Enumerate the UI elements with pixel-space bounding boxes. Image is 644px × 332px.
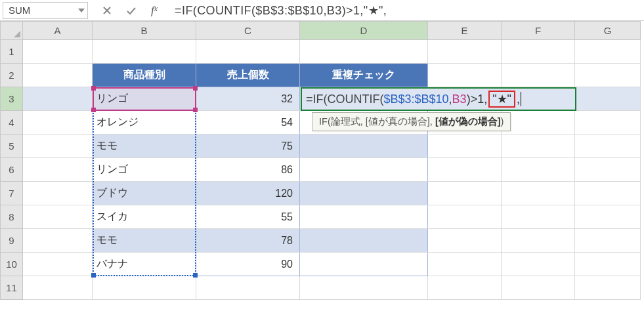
row-header-6[interactable]: 6 [1, 158, 23, 182]
formula-text: =IF(COUNTIF($B$3:$B$10,B3)>1,"★", [175, 4, 387, 17]
edit-star-highlight: "★" [488, 91, 515, 108]
tooltip-arg3[interactable]: [値が偽の場合] [435, 116, 501, 127]
name-box-value: SUM [9, 5, 30, 16]
col-header-F[interactable]: F [502, 22, 575, 40]
cell-B7[interactable]: ブドウ [93, 182, 196, 205]
cell-B9[interactable]: モモ [93, 229, 196, 253]
table-header-b[interactable]: 商品種別 [93, 64, 196, 87]
cell-D5[interactable] [300, 135, 428, 158]
cancel-icon[interactable] [102, 6, 112, 15]
row-header-10[interactable]: 10 [1, 253, 23, 276]
edit-range: $B$3:$B$10 [384, 93, 449, 106]
cell-C6[interactable]: 86 [196, 158, 300, 182]
row-6: 6 リンゴ 86 [1, 158, 641, 182]
row-header-8[interactable]: 8 [1, 205, 23, 229]
formula-bar-icons: fx [93, 4, 167, 17]
worksheet-grid[interactable]: A B C D E F G 1 2 商品種別 売上個数 重複チェック 3 リンゴ… [0, 21, 644, 300]
row-2: 2 商品種別 売上個数 重複チェック [1, 64, 641, 87]
formula-tooltip[interactable]: IF(論理式, [値が真の場合], [値が偽の場合]) [312, 112, 511, 131]
cells-table: A B C D E F G 1 2 商品種別 売上個数 重複チェック 3 リンゴ… [0, 21, 641, 300]
tooltip-fn: IF( [319, 116, 331, 127]
edit-mid: )>1, [467, 93, 488, 106]
edit-comma2: , [517, 93, 520, 106]
cell-C4[interactable]: 54 [196, 111, 300, 135]
cell-B6[interactable]: リンゴ [93, 158, 196, 182]
row-10: 10 バナナ 90 [1, 253, 641, 276]
row-header-1[interactable]: 1 [1, 40, 23, 64]
edit-front: =IF(COUNTIF( [306, 93, 384, 106]
cell-C5[interactable]: 75 [196, 135, 300, 158]
row-11: 11 [1, 276, 641, 300]
cell-D10[interactable] [300, 253, 428, 276]
row-header-11[interactable]: 11 [1, 276, 23, 300]
enter-icon[interactable] [126, 6, 137, 15]
cell-D8[interactable] [300, 205, 428, 229]
cell-B5[interactable]: モモ [93, 135, 196, 158]
tooltip-arg2[interactable]: [値が真の場合] [366, 116, 430, 127]
cell-B4[interactable]: オレンジ [93, 111, 196, 135]
cell-B10[interactable]: バナナ [93, 253, 196, 276]
edit-cell-D3[interactable]: =IF(COUNTIF($B$3:$B$10,B3)>1,"★", [301, 87, 576, 111]
column-header-row: A B C D E F G [1, 22, 641, 40]
select-all-corner[interactable] [1, 22, 23, 40]
row-header-7[interactable]: 7 [1, 182, 23, 205]
fx-icon[interactable]: fx [151, 4, 158, 17]
table-header-d[interactable]: 重複チェック [300, 64, 428, 87]
row-header-5[interactable]: 5 [1, 135, 23, 158]
cell-B8[interactable]: スイカ [93, 205, 196, 229]
row-header-9[interactable]: 9 [1, 229, 23, 253]
row-5: 5 モモ 75 [1, 135, 641, 158]
row-header-2[interactable]: 2 [1, 64, 23, 87]
cell-C9[interactable]: 78 [196, 229, 300, 253]
table-header-c[interactable]: 売上個数 [196, 64, 300, 87]
row-8: 8 スイカ 55 [1, 205, 641, 229]
text-cursor [521, 92, 521, 106]
tooltip-sep1: , [360, 116, 366, 127]
cell-B3[interactable]: リンゴ [93, 87, 196, 111]
row-1: 1 [1, 40, 641, 64]
cell-C3[interactable]: 32 [196, 87, 300, 111]
col-header-C[interactable]: C [196, 22, 300, 40]
formula-bar: SUM fx =IF(COUNTIF($B$3:$B$10,B3)>1,"★", [0, 0, 644, 21]
col-header-G[interactable]: G [575, 22, 641, 40]
cell-D9[interactable] [300, 229, 428, 253]
row-header-4[interactable]: 4 [1, 111, 23, 135]
cell-C8[interactable]: 55 [196, 205, 300, 229]
row-7: 7 ブドウ 120 [1, 182, 641, 205]
cell-D7[interactable] [300, 182, 428, 205]
col-header-E[interactable]: E [428, 22, 502, 40]
row-9: 9 モモ 78 [1, 229, 641, 253]
col-header-A[interactable]: A [23, 22, 93, 40]
name-box[interactable]: SUM [3, 2, 88, 19]
cell-C7[interactable]: 120 [196, 182, 300, 205]
tooltip-sep2: , [430, 116, 435, 127]
tooltip-close: ) [501, 116, 504, 127]
name-box-dropdown-icon[interactable] [78, 9, 85, 12]
col-header-D[interactable]: D [300, 22, 428, 40]
formula-input[interactable]: =IF(COUNTIF($B$3:$B$10,B3)>1,"★", [172, 3, 641, 18]
cell-D6[interactable] [300, 158, 428, 182]
edit-ref: B3 [452, 93, 467, 106]
cell-C10[interactable]: 90 [196, 253, 300, 276]
tooltip-arg1[interactable]: 論理式 [331, 116, 360, 127]
row-header-3[interactable]: 3 [1, 87, 23, 111]
col-header-B[interactable]: B [93, 22, 196, 40]
